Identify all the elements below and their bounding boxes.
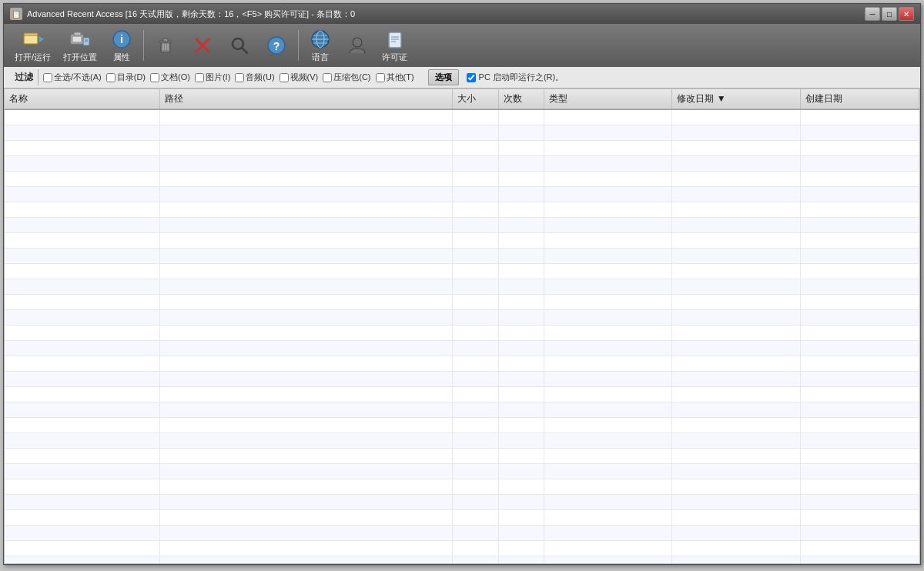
col-created[interactable]: 创建日期	[800, 89, 919, 109]
options-tab[interactable]: 选项	[428, 69, 459, 85]
main-window: 📋 Advanced Recent Access [16 天试用版，剩余天数：1…	[3, 3, 921, 565]
properties-label: 属性	[113, 52, 130, 63]
svg-rect-4	[74, 32, 81, 35]
table-row	[5, 279, 919, 294]
open-location-icon	[69, 28, 91, 50]
table-row	[5, 125, 919, 140]
col-path[interactable]: 路径	[160, 89, 453, 109]
filter-directory[interactable]: 目录(D)	[106, 72, 146, 83]
toolbar-properties[interactable]: i 属性	[105, 26, 139, 65]
table-row	[5, 248, 919, 263]
table-header-row: 名称 路径 大小 次数 类型 修改日期 ▼	[5, 89, 919, 109]
toolbar-help[interactable]: ?	[259, 32, 293, 58]
svg-rect-5	[72, 36, 82, 42]
filter-other-checkbox[interactable]	[376, 73, 385, 82]
svg-rect-13	[163, 38, 168, 42]
toolbar-open-location[interactable]: 打开位置	[59, 26, 102, 65]
toolbar-remove[interactable]	[186, 32, 219, 58]
maximize-button[interactable]: □	[882, 7, 897, 21]
filter-select-all[interactable]: 全选/不选(A)	[43, 72, 102, 83]
toolbar-open-run[interactable]: 打开/运行	[10, 26, 55, 65]
col-count[interactable]: 次数	[498, 89, 544, 109]
filter-archive-label: 压缩包(C)	[333, 72, 370, 83]
filter-directory-checkbox[interactable]	[106, 73, 116, 82]
data-table-container: 名称 路径 大小 次数 类型 修改日期 ▼	[4, 88, 920, 564]
open-run-label: 打开/运行	[15, 52, 51, 63]
toolbar-language[interactable]: 语言	[303, 26, 337, 65]
col-size[interactable]: 大小	[453, 89, 498, 109]
startup-run-label: PC 启动即运行之(R)。	[479, 72, 564, 83]
table-row	[5, 232, 919, 248]
filter-audio[interactable]: 音频(U)	[235, 72, 274, 83]
table-row	[5, 340, 919, 356]
window-title: Advanced Recent Access [16 天试用版，剩余天数：16，…	[27, 8, 355, 20]
table-row	[5, 540, 919, 556]
table-row	[5, 217, 919, 232]
delete-icon	[155, 35, 176, 56]
filter-label: 过滤	[10, 69, 38, 85]
startup-run-checkbox[interactable]	[467, 73, 476, 82]
toolbar-license[interactable]: 许可证	[377, 26, 412, 65]
open-location-label: 打开位置	[63, 52, 97, 63]
table-row	[5, 171, 919, 186]
col-modified[interactable]: 修改日期 ▼	[672, 89, 800, 109]
filter-audio-label: 音频(U)	[246, 72, 274, 83]
remove-icon	[192, 35, 213, 56]
filter-audio-checkbox[interactable]	[235, 73, 244, 82]
table-row	[5, 371, 919, 386]
col-name[interactable]: 名称	[5, 89, 160, 109]
svg-text:i: i	[120, 33, 123, 45]
minimize-button[interactable]: ─	[865, 7, 880, 21]
close-button[interactable]: ✕	[899, 7, 914, 21]
table-body	[5, 109, 919, 564]
filter-document-checkbox[interactable]	[150, 73, 159, 82]
table-row	[5, 448, 919, 463]
table-row	[5, 494, 919, 509]
toolbar-delete[interactable]	[149, 32, 182, 58]
filter-document[interactable]: 文档(O)	[150, 72, 190, 83]
svg-marker-2	[39, 36, 44, 42]
data-table: 名称 路径 大小 次数 类型 修改日期 ▼	[5, 89, 919, 564]
license-label: 许可证	[382, 52, 407, 63]
col-type[interactable]: 类型	[544, 89, 672, 109]
table-row	[5, 402, 919, 417]
language-icon	[310, 28, 331, 50]
toolbar: 打开/运行 打开位置 i	[4, 24, 920, 67]
table-row	[5, 417, 919, 432]
toolbar-user[interactable]	[340, 32, 374, 58]
title-bar: 📋 Advanced Recent Access [16 天试用版，剩余天数：1…	[4, 4, 920, 24]
table-row	[5, 463, 919, 479]
filter-select-all-label: 全选/不选(A)	[54, 72, 102, 83]
table-row	[5, 325, 919, 340]
table-row	[5, 294, 919, 309]
license-icon	[384, 28, 406, 50]
language-label: 语言	[312, 52, 329, 63]
filter-select-all-checkbox[interactable]	[43, 73, 52, 82]
toolbar-search[interactable]	[223, 32, 256, 58]
table-row	[5, 155, 919, 171]
filter-image[interactable]: 图片(I)	[195, 72, 230, 83]
table-row	[5, 263, 919, 279]
filter-video-checkbox[interactable]	[280, 73, 289, 82]
table-row	[5, 556, 919, 564]
options-content: PC 启动即运行之(R)。	[467, 72, 564, 83]
table-row	[5, 186, 919, 202]
separator-1	[143, 30, 144, 61]
filter-other-label: 其他(T)	[387, 72, 414, 83]
filter-archive-checkbox[interactable]	[323, 73, 332, 82]
help-icon: ?	[266, 35, 287, 56]
filter-document-label: 文档(O)	[161, 72, 190, 83]
table-row	[5, 386, 919, 402]
svg-rect-1	[24, 35, 38, 44]
title-bar-controls: ─ □ ✕	[865, 7, 914, 21]
filter-image-checkbox[interactable]	[195, 73, 204, 82]
svg-rect-29	[389, 32, 401, 48]
svg-text:?: ?	[273, 40, 280, 52]
separator-2	[298, 30, 299, 61]
filter-other[interactable]: 其他(T)	[376, 72, 414, 83]
filter-archive[interactable]: 压缩包(C)	[323, 72, 370, 83]
app-icon: 📋	[10, 8, 22, 20]
filter-video-label: 视频(V)	[290, 72, 319, 83]
filter-video[interactable]: 视频(V)	[280, 72, 319, 83]
table-row	[5, 479, 919, 494]
